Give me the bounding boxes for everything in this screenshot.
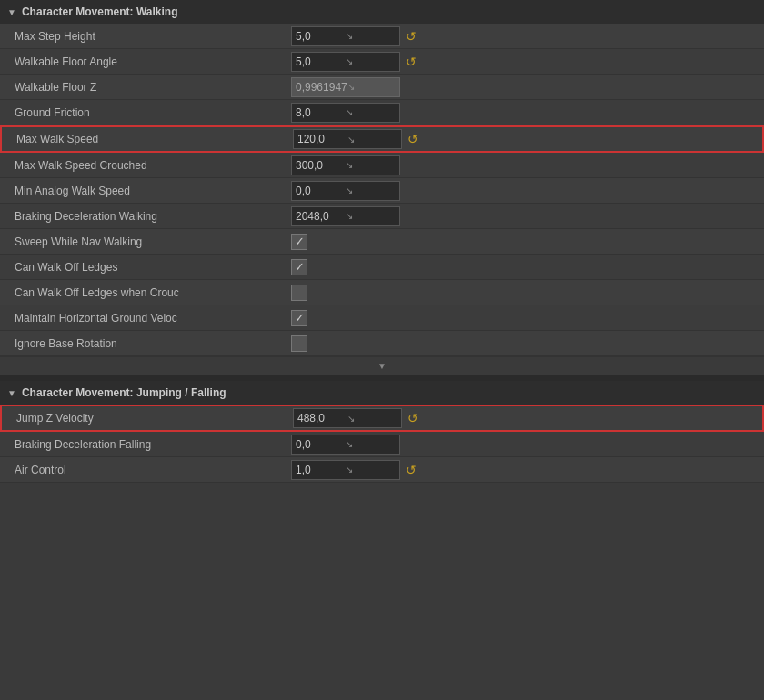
drag-icon: ↘ [346,160,396,170]
drag-icon: ↘ [346,107,396,117]
row-max-step-height: Max Step Height 5,0 ↘ ↺ [0,24,764,49]
value-area-can-walk-off-ledges-crouched [291,285,764,301]
value-area-max-walk-speed: 120,0 ↘ ↺ [293,129,762,149]
scroll-down-icon: ▼ [377,361,387,371]
drag-icon: ↘ [347,414,397,424]
drag-icon: ↘ [346,211,396,221]
row-walkable-floor-angle: Walkable Floor Angle 5,0 ↘ ↺ [0,49,764,75]
checkbox-area-can-walk-off-ledges-crouched [291,285,307,301]
reset-jump-z-velocity[interactable]: ↺ [406,412,420,425]
walking-section-content: Max Step Height 5,0 ↘ ↺ Walkable Floor A… [0,24,764,356]
label-max-walk-speed-crouched: Max Walk Speed Crouched [0,156,291,175]
drag-icon: ↘ [346,185,396,195]
row-braking-decel-walking: Braking Deceleration Walking 2048,0 ↘ [0,204,764,229]
checkbox-area-maintain-horizontal-ground: ✓ [291,310,307,326]
label-max-step-height: Max Step Height [0,27,291,45]
value-area-braking-decel-walking: 2048,0 ↘ [291,206,764,226]
value-area-jump-z-velocity: 488,0 ↘ ↺ [293,408,762,428]
value-area-ignore-base-rotation [291,335,764,352]
drag-icon: ↘ [347,135,397,145]
collapse-triangle-walking: ▼ [7,7,16,17]
input-braking-decel-falling[interactable]: 0,0 ↘ [291,435,400,455]
check-icon: ✓ [295,235,305,247]
jumping-section-title: Character Movement: Jumping / Falling [22,386,226,399]
value-area-air-control: 1,0 ↘ ↺ [291,460,764,480]
row-ignore-base-rotation: Ignore Base Rotation [0,331,764,356]
value-area-max-step-height: 5,0 ↘ ↺ [291,26,764,46]
label-maintain-horizontal-ground: Maintain Horizontal Ground Veloc [0,309,291,327]
input-walkable-floor-angle[interactable]: 5,0 ↘ [291,52,400,72]
row-walkable-floor-z: Walkable Floor Z 0,9961947 ↘ [0,75,764,100]
walking-section-title: Character Movement: Walking [22,5,178,18]
walking-section-header[interactable]: ▼ Character Movement: Walking [0,0,764,24]
checkbox-sweep-nav-walking[interactable]: ✓ [291,234,307,250]
label-ignore-base-rotation: Ignore Base Rotation [0,335,291,353]
value-area-can-walk-off-ledges: ✓ [291,259,764,275]
reset-air-control[interactable]: ↺ [404,464,418,476]
jumping-section-content: Jump Z Velocity 488,0 ↘ ↺ Braking Decele… [0,405,764,483]
label-max-walk-speed: Max Walk Speed [2,130,293,148]
value-area-walkable-floor-angle: 5,0 ↘ ↺ [291,52,764,72]
row-max-walk-speed: Max Walk Speed 120,0 ↘ ↺ [0,125,764,153]
label-braking-decel-walking: Braking Deceleration Walking [0,207,291,225]
checkbox-can-walk-off-ledges-crouched[interactable] [291,285,307,301]
label-air-control: Air Control [0,461,291,479]
jumping-section-header[interactable]: ▼ Character Movement: Jumping / Falling [0,381,764,405]
label-walkable-floor-z: Walkable Floor Z [0,78,291,96]
value-area-braking-decel-falling: 0,0 ↘ [291,435,764,455]
value-area-walkable-floor-z: 0,9961947 ↘ [291,77,764,97]
row-sweep-nav-walking: Sweep While Nav Walking ✓ [0,229,764,255]
label-can-walk-off-ledges: Can Walk Off Ledges [0,258,291,276]
drag-icon: ↘ [346,56,396,66]
row-can-walk-off-ledges: Can Walk Off Ledges ✓ [0,255,764,280]
properties-panel: ▼ Character Movement: Walking Max Step H… [0,0,764,483]
row-jump-z-velocity: Jump Z Velocity 488,0 ↘ ↺ [0,405,764,432]
input-air-control[interactable]: 1,0 ↘ [291,460,400,480]
drag-icon: ↘ [346,31,396,41]
input-max-walk-speed[interactable]: 120,0 ↘ [293,129,402,149]
checkbox-area-ignore-base-rotation [291,335,307,352]
input-braking-decel-walking[interactable]: 2048,0 ↘ [291,206,400,226]
reset-walkable-floor-angle[interactable]: ↺ [404,55,418,68]
label-min-analog-walk-speed: Min Analog Walk Speed [0,182,291,200]
row-can-walk-off-ledges-crouched: Can Walk Off Ledges when Crouc [0,280,764,305]
value-area-min-analog-walk-speed: 0,0 ↘ [291,181,764,201]
input-ground-friction[interactable]: 8,0 ↘ [291,103,400,123]
checkbox-ignore-base-rotation[interactable] [291,335,307,352]
label-can-walk-off-ledges-crouched: Can Walk Off Ledges when Crouc [0,284,291,302]
checkbox-area-sweep-nav-walking: ✓ [291,234,307,250]
input-walkable-floor-z: 0,9961947 ↘ [291,77,400,97]
drag-icon: ↘ [346,439,396,449]
row-ground-friction: Ground Friction 8,0 ↘ [0,100,764,125]
row-min-analog-walk-speed: Min Analog Walk Speed 0,0 ↘ [0,178,764,204]
value-area-max-walk-speed-crouched: 300,0 ↘ [291,155,764,175]
label-ground-friction: Ground Friction [0,104,291,122]
label-walkable-floor-angle: Walkable Floor Angle [0,53,291,71]
input-max-step-height[interactable]: 5,0 ↘ [291,26,400,46]
scroll-indicator: ▼ [0,356,764,375]
collapse-triangle-jumping: ▼ [7,388,16,398]
value-area-ground-friction: 8,0 ↘ [291,103,764,123]
checkbox-area-can-walk-off-ledges: ✓ [291,259,307,275]
value-area-sweep-nav-walking: ✓ [291,234,764,250]
check-icon: ✓ [295,261,305,273]
drag-icon: ↘ [347,82,396,92]
input-jump-z-velocity[interactable]: 488,0 ↘ [293,408,402,428]
input-max-walk-speed-crouched[interactable]: 300,0 ↘ [291,155,400,175]
input-min-analog-walk-speed[interactable]: 0,0 ↘ [291,181,400,201]
label-sweep-nav-walking: Sweep While Nav Walking [0,233,291,251]
row-air-control: Air Control 1,0 ↘ ↺ [0,457,764,483]
reset-max-step-height[interactable]: ↺ [404,30,418,43]
row-max-walk-speed-crouched: Max Walk Speed Crouched 300,0 ↘ [0,153,764,178]
reset-max-walk-speed[interactable]: ↺ [406,133,420,145]
row-braking-decel-falling: Braking Deceleration Falling 0,0 ↘ [0,432,764,457]
drag-icon: ↘ [346,465,396,475]
label-braking-decel-falling: Braking Deceleration Falling [0,435,291,454]
label-jump-z-velocity: Jump Z Velocity [2,409,293,427]
row-maintain-horizontal-ground: Maintain Horizontal Ground Veloc ✓ [0,305,764,331]
checkbox-can-walk-off-ledges[interactable]: ✓ [291,259,307,275]
value-area-maintain-horizontal-ground: ✓ [291,310,764,326]
check-icon: ✓ [295,312,305,324]
checkbox-maintain-horizontal-ground[interactable]: ✓ [291,310,307,326]
